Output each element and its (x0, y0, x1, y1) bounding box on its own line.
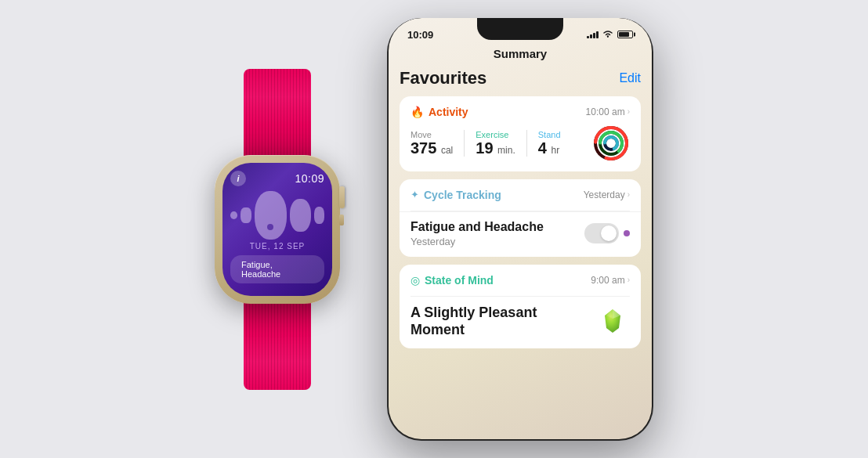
cycle-title-row: ✦ Cycle Tracking (410, 189, 501, 201)
svg-point-0 (607, 36, 609, 38)
gem-icon (595, 305, 630, 339)
stand-value: 4 hr (538, 139, 561, 157)
phone-page-title: Summary (389, 44, 652, 68)
watch-container: i 10:09 TUE, 12 SEP Fatigue, Headache (215, 155, 340, 304)
watch-screen: i 10:09 TUE, 12 SEP Fatigue, Headache (222, 163, 332, 296)
watch-symptoms-label[interactable]: Fatigue, Headache (230, 255, 324, 283)
cycle-icon: ✦ (410, 189, 419, 200)
state-detail: A Slightly Pleasant Moment (400, 297, 641, 348)
state-time: 9:00 am › (591, 275, 630, 286)
phone-container: 10:09 (387, 18, 653, 441)
favourites-title: Favourites (400, 68, 486, 88)
signal-bar-1 (587, 36, 589, 38)
cycle-symptom-date: Yesterday (410, 236, 544, 247)
toggle-thumb (601, 225, 617, 241)
phone-screen: 10:09 (389, 18, 652, 439)
cycle-header: ✦ Cycle Tracking Yesterday › (400, 179, 641, 211)
state-icon: ◎ (410, 274, 420, 287)
phone-body: 10:09 (387, 18, 653, 441)
activity-chevron-icon: › (627, 107, 630, 116)
state-chevron-icon: › (627, 276, 630, 284)
favourites-header: Favourites Edit (400, 68, 641, 88)
move-stat: Move 375 cal (410, 130, 465, 157)
state-of-mind-card[interactable]: ◎ State of Mind 9:00 am › A Slightly (400, 265, 641, 348)
cycle-symptom-info: Fatigue and Headache Yesterday (410, 220, 544, 247)
move-label: Move (410, 130, 453, 139)
blob-left-small (241, 207, 251, 223)
watch-info-button[interactable]: i (230, 171, 246, 186)
state-header: ◎ State of Mind 9:00 am › (400, 265, 641, 296)
activity-rings (592, 124, 630, 162)
signal-bar-3 (593, 33, 595, 38)
battery-fill (619, 32, 629, 37)
state-line2: Moment (410, 322, 537, 339)
battery-icon (617, 31, 633, 38)
blob-right-small (314, 207, 324, 224)
scene: i 10:09 TUE, 12 SEP Fatigue, Headache (0, 0, 868, 458)
signal-bar-4 (596, 31, 599, 38)
stand-label: Stand (538, 130, 561, 139)
cycle-symptom-name: Fatigue and Headache (410, 220, 544, 234)
exercise-value: 19 min. (476, 139, 515, 157)
activity-time: 10:00 am › (586, 106, 630, 117)
activity-icon: 🔥 (410, 106, 424, 118)
watch-date: TUE, 12 SEP (250, 242, 305, 251)
status-right (587, 30, 633, 39)
watch-band-top (244, 69, 311, 163)
phone-time: 10:09 (407, 29, 433, 41)
activity-title: Activity (429, 106, 468, 118)
wifi-icon (602, 30, 613, 39)
watch-band-bottom (244, 296, 311, 390)
watch-top-bar: i 10:09 (230, 171, 324, 186)
watch-crown (339, 186, 345, 208)
watch-side-button (339, 215, 344, 225)
watch-time: 10:09 (295, 172, 324, 185)
signal-bar-2 (590, 34, 592, 38)
cycle-chevron-icon: › (627, 190, 630, 199)
edit-button[interactable]: Edit (619, 71, 641, 85)
cycle-time: Yesterday › (584, 189, 630, 200)
phone-notch (477, 18, 563, 40)
exercise-label: Exercise (476, 130, 515, 139)
purple-dot-icon (624, 230, 630, 236)
exercise-stat: Exercise 19 min. (476, 130, 526, 157)
cycle-title: Cycle Tracking (424, 189, 501, 201)
state-description: A Slightly Pleasant Moment (410, 305, 537, 338)
stat-group: Move 375 cal Exercise 19 (410, 130, 561, 157)
state-title-row: ◎ State of Mind (410, 274, 494, 287)
activity-card-header: 🔥 Activity 10:00 am › (410, 106, 630, 118)
cycle-detail: Fatigue and Headache Yesterday (400, 211, 641, 257)
blob-main (255, 191, 288, 240)
watch-blobs (230, 189, 324, 242)
activity-stats: Move 375 cal Exercise 19 (410, 124, 630, 162)
blob-left-dot (230, 211, 237, 219)
cycle-right (584, 223, 630, 243)
activity-card[interactable]: 🔥 Activity 10:00 am › Move (400, 96, 641, 171)
state-line1: A Slightly Pleasant (410, 305, 537, 322)
watch-body: i 10:09 TUE, 12 SEP Fatigue, Headache (215, 155, 340, 304)
stand-stat: Stand 4 hr (538, 130, 561, 157)
state-title: State of Mind (425, 274, 494, 287)
cycle-toggle[interactable] (584, 223, 619, 243)
phone-content: Favourites Edit 🔥 Activity 10:00 am (389, 68, 652, 348)
blob-right-medium (290, 199, 310, 232)
move-value: 375 cal (410, 139, 453, 157)
signal-bars (587, 31, 599, 38)
cycle-card[interactable]: ✦ Cycle Tracking Yesterday › Fatigue (400, 179, 641, 257)
activity-title-row: 🔥 Activity (410, 106, 468, 118)
